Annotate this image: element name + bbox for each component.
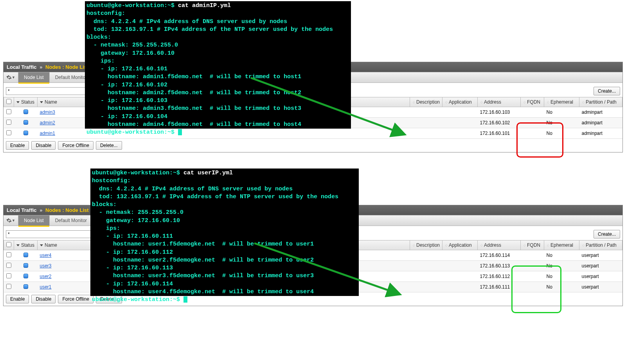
- col-fqdn[interactable]: ♢FQDN: [521, 97, 544, 107]
- col-application[interactable]: ♢Application: [443, 240, 478, 250]
- crumb-sep: »: [38, 207, 44, 213]
- status-icon: [23, 109, 28, 114]
- partition-cell: adminpart: [579, 118, 622, 128]
- address-cell: 172.16.60.111: [478, 282, 521, 292]
- ephemeral-cell: No: [544, 107, 579, 118]
- disable-button[interactable]: Disable: [31, 295, 56, 303]
- chevron-down-icon: ▼: [12, 219, 15, 222]
- select-all-checkbox[interactable]: [6, 242, 11, 247]
- crumb-root: Local Traffic: [7, 207, 37, 213]
- search-input[interactable]: [6, 230, 92, 238]
- chevron-down-icon: [40, 101, 43, 103]
- col-description[interactable]: ♢Description: [410, 97, 442, 107]
- delete-button[interactable]: Delete...: [96, 141, 122, 150]
- terminal-userip: ubuntu@gke-workstation:~$ cat userIP.yml…: [90, 169, 359, 296]
- col-status[interactable]: Status: [14, 97, 38, 107]
- gear-icon: [6, 75, 12, 80]
- col-ephemeral[interactable]: ♢Ephemeral: [544, 240, 579, 250]
- col-ephemeral[interactable]: ♢Ephemeral: [544, 97, 579, 107]
- ephemeral-cell: No: [544, 282, 579, 292]
- ephemeral-cell: No: [544, 118, 579, 128]
- partition-cell: adminpart: [579, 107, 622, 118]
- action-row: Enable Disable Force Offline Delete...: [4, 139, 622, 152]
- address-cell: 172.16.60.114: [478, 250, 521, 261]
- enable-button[interactable]: Enable: [6, 141, 29, 150]
- crumb-root: Local Traffic: [7, 64, 37, 70]
- address-cell: 172.16.60.101: [478, 128, 521, 139]
- row-checkbox[interactable]: [6, 252, 11, 257]
- status-icon: [23, 131, 28, 135]
- row-checkbox[interactable]: [6, 284, 11, 289]
- chevron-down-icon: [40, 244, 43, 246]
- partition-cell: userpart: [579, 261, 622, 271]
- address-cell: 172.16.60.102: [478, 118, 521, 128]
- node-name-link[interactable]: user4: [40, 253, 52, 258]
- tab-node-list[interactable]: Node List: [18, 215, 50, 226]
- node-name-link[interactable]: user3: [40, 263, 52, 269]
- enable-button[interactable]: Enable: [6, 295, 29, 303]
- partition-cell: adminpart: [579, 128, 622, 139]
- chevron-down-icon: ▼: [12, 75, 15, 79]
- gear-menu-button[interactable]: ▼: [4, 72, 18, 82]
- address-cell: 172.16.60.103: [478, 107, 521, 118]
- gear-menu-button[interactable]: ▼: [4, 215, 18, 226]
- force-offline-button[interactable]: Force Offline: [58, 141, 93, 150]
- node-name-link[interactable]: admin1: [40, 131, 55, 136]
- col-application[interactable]: ♢Application: [443, 97, 478, 107]
- search-input[interactable]: [6, 87, 92, 95]
- gear-icon: [6, 218, 12, 223]
- status-icon: [23, 274, 28, 278]
- terminal-adminip: ubuntu@gke-workstation:~$ cat adminIP.ym…: [85, 1, 351, 129]
- address-cell: 172.16.60.113: [478, 261, 521, 271]
- chevron-down-icon: [16, 101, 20, 103]
- row-checkbox[interactable]: [6, 273, 11, 278]
- row-checkbox[interactable]: [6, 109, 11, 114]
- ephemeral-cell: No: [544, 261, 579, 271]
- col-partition[interactable]: ♢Partition / Path: [579, 97, 622, 107]
- partition-cell: userpart: [579, 250, 622, 261]
- row-checkbox[interactable]: [6, 263, 11, 268]
- col-partition[interactable]: ♢Partition / Path: [579, 240, 622, 250]
- ephemeral-cell: No: [544, 271, 579, 282]
- col-description[interactable]: ♢Description: [410, 240, 442, 250]
- chevron-down-icon: [16, 244, 20, 246]
- cursor-icon: [183, 296, 187, 303]
- col-address[interactable]: ♢Address: [478, 97, 521, 107]
- node-name-link[interactable]: admin2: [40, 120, 55, 126]
- select-all-checkbox[interactable]: [6, 99, 11, 104]
- create-button[interactable]: Create...: [594, 87, 620, 95]
- address-cell: 172.16.60.112: [478, 271, 521, 282]
- force-offline-button[interactable]: Force Offline: [58, 295, 93, 303]
- crumb-trail: Nodes : Node List: [45, 207, 89, 213]
- partition-cell: userpart: [579, 271, 622, 282]
- node-name-link[interactable]: admin3: [40, 109, 55, 115]
- row-checkbox[interactable]: [6, 130, 11, 135]
- status-icon: [23, 284, 28, 289]
- ephemeral-cell: No: [544, 128, 579, 139]
- col-address[interactable]: ♢Address: [478, 240, 521, 250]
- col-fqdn[interactable]: ♢FQDN: [521, 240, 544, 250]
- cursor-icon: [178, 129, 182, 135]
- node-name-link[interactable]: user1: [40, 284, 52, 290]
- row-checkbox[interactable]: [6, 120, 11, 125]
- tab-node-list[interactable]: Node List: [18, 72, 50, 82]
- disable-button[interactable]: Disable: [31, 141, 56, 150]
- tab-default-monitor[interactable]: Default Monitor: [50, 215, 93, 226]
- status-icon: [23, 253, 28, 257]
- col-status[interactable]: Status: [14, 240, 38, 250]
- status-icon: [23, 263, 28, 268]
- create-button[interactable]: Create...: [594, 230, 620, 238]
- crumb-trail: Nodes : Node List: [45, 64, 89, 70]
- status-icon: [23, 120, 28, 125]
- node-name-link[interactable]: user2: [40, 274, 52, 279]
- crumb-sep: »: [38, 64, 44, 70]
- ephemeral-cell: No: [544, 250, 579, 261]
- partition-cell: userpart: [579, 282, 622, 292]
